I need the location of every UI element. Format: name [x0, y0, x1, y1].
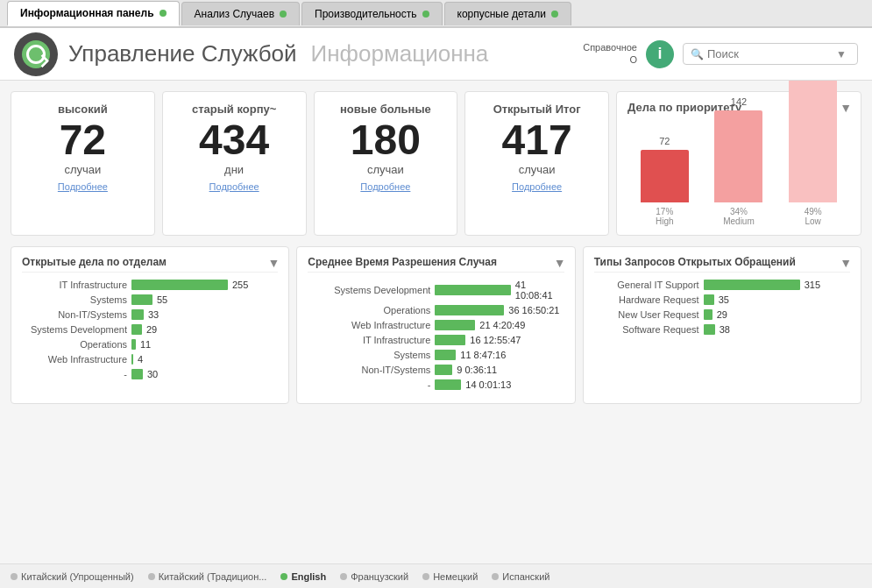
- hbar-container: 11 8:47:16: [435, 350, 564, 360]
- hbar-label: Systems: [308, 350, 430, 360]
- hbar-count: 11 8:47:16: [460, 350, 506, 360]
- chevron-down-icon[interactable]: ▼: [836, 48, 847, 60]
- hbar-count: 29: [717, 309, 727, 320]
- hbar-count: 55: [157, 294, 167, 305]
- hbar-bar: [435, 320, 475, 330]
- kpi-high-value: 72: [25, 119, 140, 161]
- hbar-container: 36 16:50:21: [435, 305, 564, 315]
- bottom-row: Открытые дела по отделам ▼ IT Infrastruc…: [11, 246, 861, 404]
- hbar-count: 29: [146, 324, 157, 335]
- search-box[interactable]: 🔍 ▼: [683, 43, 858, 65]
- hbar-label: Software Request: [594, 324, 699, 335]
- hbar-label: Hardware Request: [594, 294, 699, 305]
- hbar-bar: [131, 339, 136, 350]
- help-button[interactable]: i: [646, 40, 674, 68]
- kpi-total-link[interactable]: Подробнее: [479, 181, 594, 192]
- hbar-count: 255: [232, 280, 248, 290]
- kpi-total-label: Открытый Итог: [479, 103, 594, 116]
- hbar-bar: [704, 294, 714, 305]
- hbar-container: 29: [131, 324, 278, 335]
- hbar-container: 41 10:08:41: [435, 280, 564, 301]
- header-right: СправочноеО i 🔍 ▼: [583, 40, 858, 68]
- bar-meta: 17%High: [656, 207, 674, 226]
- priority-bar-chart: 72 17%High 142 34%Medium 203 49%Low: [627, 121, 850, 226]
- hbar-count: 21 4:20:49: [479, 320, 525, 330]
- hbar-bar: [131, 280, 228, 290]
- footer-dot: [492, 573, 499, 580]
- open-cases-card: Открытые дела по отделам ▼ IT Infrastruc…: [11, 246, 289, 404]
- request-types-title: Типы Запросов Открытых Обращений: [594, 256, 850, 273]
- footer-language-item[interactable]: Китайский (Традицион...: [148, 571, 267, 582]
- kpi-new-link[interactable]: Подробнее: [329, 181, 443, 192]
- request-types-card: Типы Запросов Открытых Обращений ▼ Gener…: [583, 246, 861, 404]
- bar: [714, 110, 762, 202]
- hbar-label: Systems: [22, 294, 127, 305]
- hbar-container: 14 0:01:13: [435, 379, 564, 390]
- logo-inner: [22, 40, 50, 68]
- hbar-label: General IT Support: [594, 280, 699, 290]
- help-label: СправочноеО: [583, 42, 637, 65]
- hbar-label: Systems Development: [22, 324, 127, 335]
- tab-performance[interactable]: Производительность: [301, 2, 442, 25]
- tab-cases-label: Анализ Случаев: [195, 8, 275, 20]
- tab-dashboard-dot: [160, 10, 167, 17]
- footer-dot: [280, 573, 287, 580]
- hbar-label: -: [22, 369, 127, 379]
- hbar-container: 4: [131, 354, 278, 365]
- kpi-card-total: Открытый Итог 417 случаи Подробнее: [464, 91, 609, 236]
- hbar-container: 315: [704, 280, 850, 290]
- open-cases-dropdown[interactable]: ▼: [267, 256, 280, 270]
- list-item: Systems Development 41 10:08:41: [308, 280, 564, 301]
- tab-cases[interactable]: Анализ Случаев: [181, 2, 301, 25]
- footer-language-label: Немецкий: [433, 571, 478, 582]
- priority-chart-dropdown[interactable]: ▼: [840, 101, 852, 115]
- hbar-bar: [435, 305, 504, 315]
- tab-dashboard[interactable]: Информационная панель: [7, 1, 180, 26]
- hbar-bar: [704, 280, 800, 290]
- tab-parts-label: корпусные детали: [457, 8, 546, 20]
- hbar-label: Non-IT/Systems: [22, 309, 127, 320]
- avg-resolution-title: Среднее Время Разрешения Случая: [308, 256, 564, 273]
- hbar-bar: [131, 294, 152, 305]
- hbar-bar: [131, 324, 142, 335]
- list-item: Non-IT/Systems 33: [22, 309, 278, 320]
- hbar-label: Web Infrastructure: [308, 320, 430, 330]
- footer-language-item[interactable]: Немецкий: [422, 571, 478, 582]
- list-item: General IT Support 315: [594, 280, 850, 290]
- hbar-bar: [131, 309, 144, 320]
- footer-language-label: English: [291, 571, 326, 582]
- footer-language-label: Китайский (Упрощенный): [21, 571, 134, 582]
- footer-language-item[interactable]: Французский: [340, 571, 408, 582]
- hbar-bar: [435, 285, 510, 295]
- hbar-label: -: [308, 379, 430, 390]
- avg-resolution-bars: Systems Development 41 10:08:41 Operatio…: [308, 280, 564, 390]
- kpi-old-value: 434: [177, 119, 292, 161]
- hbar-container: 35: [704, 294, 850, 305]
- footer-language-item[interactable]: Испанский: [492, 571, 549, 582]
- footer-language-item[interactable]: Китайский (Упрощенный): [11, 571, 134, 582]
- list-item: IT Infrastructure 255: [22, 280, 278, 290]
- list-item: Operations 11: [22, 339, 278, 350]
- hbar-label: Non-IT/Systems: [308, 365, 430, 375]
- priority-bar-group: 142 34%Medium: [714, 96, 762, 226]
- kpi-old-link[interactable]: Подробнее: [177, 181, 292, 192]
- hbar-label: Web Infrastructure: [22, 354, 127, 365]
- request-types-bars: General IT Support 315 Hardware Request …: [594, 280, 850, 335]
- footer-dot: [11, 573, 18, 580]
- hbar-container: 255: [131, 280, 278, 290]
- bar-meta: 34%Medium: [723, 207, 755, 226]
- tab-parts-dot: [551, 11, 558, 18]
- hbar-container: 29: [704, 309, 850, 320]
- tab-parts[interactable]: корпусные детали: [444, 2, 571, 25]
- bar-value: 142: [731, 96, 747, 107]
- hbar-bar: [435, 379, 461, 390]
- hbar-label: Operations: [22, 339, 127, 350]
- search-input[interactable]: [707, 47, 830, 60]
- logo-icon: [26, 45, 46, 64]
- kpi-high-link[interactable]: Подробнее: [25, 181, 140, 192]
- request-types-dropdown[interactable]: ▼: [840, 256, 852, 270]
- footer: Китайский (Упрощенный) Китайский (Традиц…: [0, 563, 872, 588]
- hbar-bar: [435, 335, 465, 345]
- footer-language-item[interactable]: English: [280, 571, 326, 582]
- avg-resolution-dropdown[interactable]: ▼: [554, 256, 566, 270]
